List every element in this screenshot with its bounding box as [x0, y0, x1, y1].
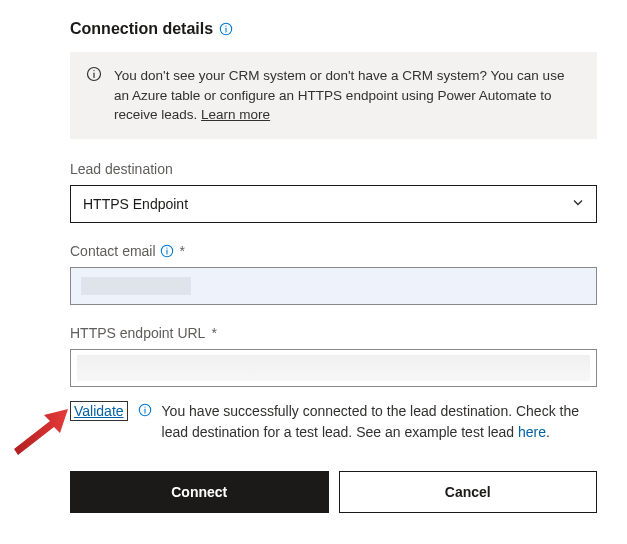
field-lead-destination: Lead destination HTTPS Endpoint	[70, 161, 597, 223]
annotation-arrow	[10, 405, 70, 455]
redacted-value	[81, 277, 191, 295]
field-label: Contact email *	[70, 243, 597, 259]
validate-row: Validate You have successfully connected…	[70, 401, 597, 443]
notice-box: You don't see your CRM system or don't h…	[70, 52, 597, 139]
field-label: HTTPS endpoint URL*	[70, 325, 597, 341]
section-header: Connection details	[70, 20, 597, 38]
field-contact-email: Contact email *	[70, 243, 597, 305]
https-url-input[interactable]	[70, 349, 597, 387]
connect-button[interactable]: Connect	[70, 471, 329, 513]
notice-text: You don't see your CRM system or don't h…	[114, 68, 564, 122]
svg-point-5	[93, 70, 94, 71]
contact-email-input[interactable]	[70, 267, 597, 305]
svg-point-8	[166, 247, 167, 248]
button-row: Connect Cancel	[70, 471, 597, 513]
validate-message: You have successfully connected to the l…	[162, 401, 597, 443]
lead-destination-select[interactable]: HTTPS Endpoint	[70, 185, 597, 223]
learn-more-link[interactable]: Learn more	[201, 107, 270, 122]
redacted-value	[77, 355, 590, 381]
svg-point-11	[144, 406, 145, 407]
field-https-url: HTTPS endpoint URL*	[70, 325, 597, 387]
info-icon[interactable]	[219, 22, 233, 36]
info-icon[interactable]	[138, 403, 152, 417]
cancel-button[interactable]: Cancel	[339, 471, 598, 513]
section-title: Connection details	[70, 20, 213, 38]
field-label: Lead destination	[70, 161, 597, 177]
svg-point-2	[226, 25, 227, 26]
validate-button[interactable]: Validate	[70, 401, 128, 422]
example-lead-link[interactable]: here	[518, 424, 546, 440]
info-icon	[86, 69, 102, 85]
info-icon[interactable]	[160, 244, 174, 258]
